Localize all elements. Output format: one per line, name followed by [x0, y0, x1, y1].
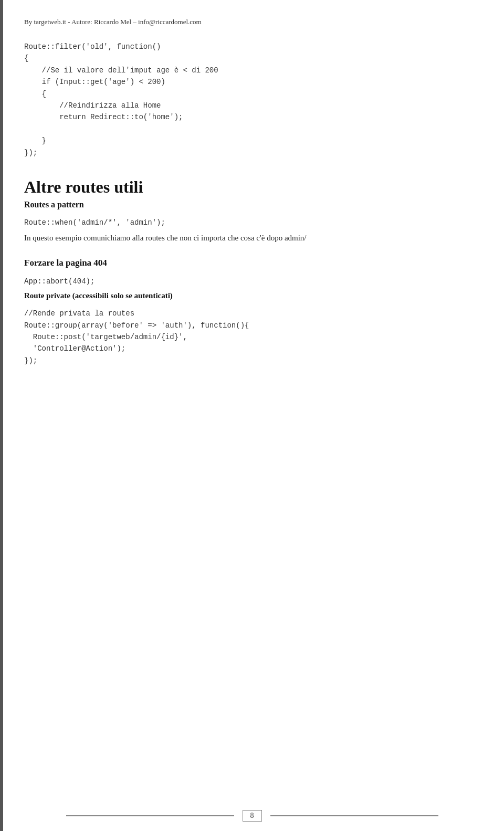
- force-404-heading: Forzare la pagina 404: [24, 258, 483, 268]
- private-routes-label: Route private (accessibili solo se auten…: [24, 291, 483, 300]
- section-subheading: Routes a pattern: [24, 200, 483, 209]
- route-pattern-code: Route::when('admin/*', 'admin');: [24, 217, 483, 228]
- force-404-code: App::abort(404);: [24, 276, 483, 287]
- footer-line-right: [270, 815, 438, 816]
- description-text: In questo esempio comunichiamo alla rout…: [24, 232, 483, 245]
- footer-line-left: [66, 815, 234, 816]
- page-container: By targetweb.it - Autore: Riccardo Mel –…: [0, 0, 504, 831]
- code-block-2: //Rende privata la routes Route::group(a…: [24, 308, 483, 366]
- section-heading: Altre routes utili: [24, 177, 483, 197]
- page-number: 8: [243, 810, 262, 822]
- header-attribution: By targetweb.it - Autore: Riccardo Mel –…: [24, 10, 483, 26]
- code-block-1: Route::filter('old', function() { //Se i…: [24, 41, 483, 159]
- footer: 8: [0, 810, 504, 831]
- left-border-decoration: [0, 0, 3, 831]
- page-content: By targetweb.it - Autore: Riccardo Mel –…: [3, 0, 504, 413]
